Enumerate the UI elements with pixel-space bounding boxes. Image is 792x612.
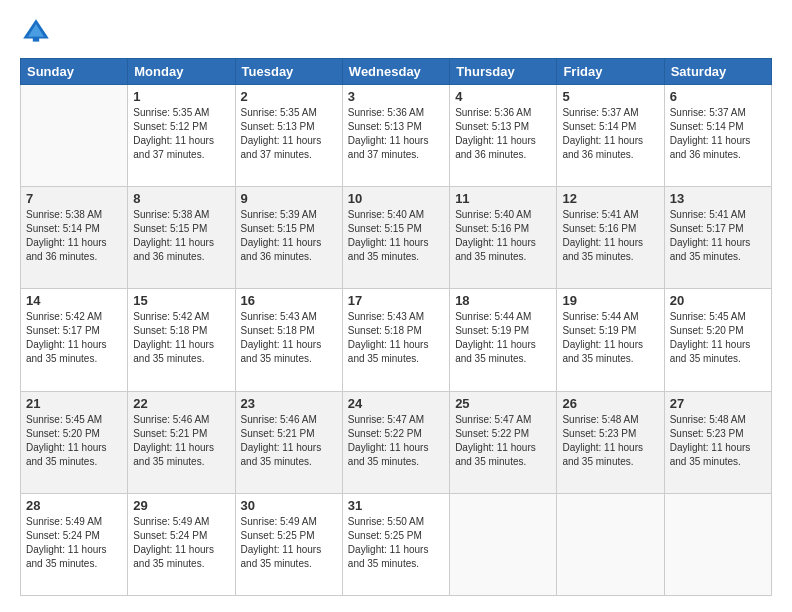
- calendar-cell: 31Sunrise: 5:50 AM Sunset: 5:25 PM Dayli…: [342, 493, 449, 595]
- day-number: 6: [670, 89, 766, 104]
- weekday-header-saturday: Saturday: [664, 59, 771, 85]
- calendar-cell: 19Sunrise: 5:44 AM Sunset: 5:19 PM Dayli…: [557, 289, 664, 391]
- day-number: 23: [241, 396, 337, 411]
- calendar-cell: 6Sunrise: 5:37 AM Sunset: 5:14 PM Daylig…: [664, 85, 771, 187]
- day-number: 15: [133, 293, 229, 308]
- calendar-cell: 29Sunrise: 5:49 AM Sunset: 5:24 PM Dayli…: [128, 493, 235, 595]
- day-number: 5: [562, 89, 658, 104]
- calendar-cell: 28Sunrise: 5:49 AM Sunset: 5:24 PM Dayli…: [21, 493, 128, 595]
- day-info: Sunrise: 5:46 AM Sunset: 5:21 PM Dayligh…: [133, 413, 229, 469]
- day-number: 9: [241, 191, 337, 206]
- calendar-cell: 18Sunrise: 5:44 AM Sunset: 5:19 PM Dayli…: [450, 289, 557, 391]
- weekday-header-thursday: Thursday: [450, 59, 557, 85]
- day-number: 18: [455, 293, 551, 308]
- calendar-cell: 17Sunrise: 5:43 AM Sunset: 5:18 PM Dayli…: [342, 289, 449, 391]
- calendar-cell: 30Sunrise: 5:49 AM Sunset: 5:25 PM Dayli…: [235, 493, 342, 595]
- calendar-cell: 5Sunrise: 5:37 AM Sunset: 5:14 PM Daylig…: [557, 85, 664, 187]
- calendar-cell: 3Sunrise: 5:36 AM Sunset: 5:13 PM Daylig…: [342, 85, 449, 187]
- day-number: 25: [455, 396, 551, 411]
- calendar-cell: [21, 85, 128, 187]
- day-number: 22: [133, 396, 229, 411]
- day-info: Sunrise: 5:48 AM Sunset: 5:23 PM Dayligh…: [562, 413, 658, 469]
- calendar-cell: 25Sunrise: 5:47 AM Sunset: 5:22 PM Dayli…: [450, 391, 557, 493]
- calendar-cell: 1Sunrise: 5:35 AM Sunset: 5:12 PM Daylig…: [128, 85, 235, 187]
- calendar-cell: [450, 493, 557, 595]
- calendar-cell: 11Sunrise: 5:40 AM Sunset: 5:16 PM Dayli…: [450, 187, 557, 289]
- day-number: 16: [241, 293, 337, 308]
- day-number: 11: [455, 191, 551, 206]
- calendar-week-row: 1Sunrise: 5:35 AM Sunset: 5:12 PM Daylig…: [21, 85, 772, 187]
- day-info: Sunrise: 5:49 AM Sunset: 5:24 PM Dayligh…: [26, 515, 122, 571]
- calendar-week-row: 7Sunrise: 5:38 AM Sunset: 5:14 PM Daylig…: [21, 187, 772, 289]
- calendar-week-row: 14Sunrise: 5:42 AM Sunset: 5:17 PM Dayli…: [21, 289, 772, 391]
- day-number: 10: [348, 191, 444, 206]
- day-info: Sunrise: 5:40 AM Sunset: 5:16 PM Dayligh…: [455, 208, 551, 264]
- day-info: Sunrise: 5:41 AM Sunset: 5:17 PM Dayligh…: [670, 208, 766, 264]
- calendar-cell: 15Sunrise: 5:42 AM Sunset: 5:18 PM Dayli…: [128, 289, 235, 391]
- day-number: 1: [133, 89, 229, 104]
- day-info: Sunrise: 5:39 AM Sunset: 5:15 PM Dayligh…: [241, 208, 337, 264]
- calendar-cell: 2Sunrise: 5:35 AM Sunset: 5:13 PM Daylig…: [235, 85, 342, 187]
- calendar-cell: 4Sunrise: 5:36 AM Sunset: 5:13 PM Daylig…: [450, 85, 557, 187]
- day-info: Sunrise: 5:36 AM Sunset: 5:13 PM Dayligh…: [348, 106, 444, 162]
- calendar-week-row: 21Sunrise: 5:45 AM Sunset: 5:20 PM Dayli…: [21, 391, 772, 493]
- day-number: 12: [562, 191, 658, 206]
- day-info: Sunrise: 5:45 AM Sunset: 5:20 PM Dayligh…: [26, 413, 122, 469]
- calendar-cell: 14Sunrise: 5:42 AM Sunset: 5:17 PM Dayli…: [21, 289, 128, 391]
- calendar-table: SundayMondayTuesdayWednesdayThursdayFrid…: [20, 58, 772, 596]
- day-info: Sunrise: 5:41 AM Sunset: 5:16 PM Dayligh…: [562, 208, 658, 264]
- header: [20, 16, 772, 48]
- day-info: Sunrise: 5:37 AM Sunset: 5:14 PM Dayligh…: [562, 106, 658, 162]
- day-info: Sunrise: 5:44 AM Sunset: 5:19 PM Dayligh…: [455, 310, 551, 366]
- day-info: Sunrise: 5:43 AM Sunset: 5:18 PM Dayligh…: [241, 310, 337, 366]
- day-number: 31: [348, 498, 444, 513]
- page: SundayMondayTuesdayWednesdayThursdayFrid…: [0, 0, 792, 612]
- day-number: 2: [241, 89, 337, 104]
- day-number: 30: [241, 498, 337, 513]
- day-number: 29: [133, 498, 229, 513]
- calendar-cell: 23Sunrise: 5:46 AM Sunset: 5:21 PM Dayli…: [235, 391, 342, 493]
- calendar-cell: 9Sunrise: 5:39 AM Sunset: 5:15 PM Daylig…: [235, 187, 342, 289]
- weekday-header-row: SundayMondayTuesdayWednesdayThursdayFrid…: [21, 59, 772, 85]
- calendar-cell: 16Sunrise: 5:43 AM Sunset: 5:18 PM Dayli…: [235, 289, 342, 391]
- day-number: 21: [26, 396, 122, 411]
- day-info: Sunrise: 5:37 AM Sunset: 5:14 PM Dayligh…: [670, 106, 766, 162]
- calendar-cell: 24Sunrise: 5:47 AM Sunset: 5:22 PM Dayli…: [342, 391, 449, 493]
- weekday-header-sunday: Sunday: [21, 59, 128, 85]
- calendar-week-row: 28Sunrise: 5:49 AM Sunset: 5:24 PM Dayli…: [21, 493, 772, 595]
- calendar-cell: 12Sunrise: 5:41 AM Sunset: 5:16 PM Dayli…: [557, 187, 664, 289]
- calendar-cell: 8Sunrise: 5:38 AM Sunset: 5:15 PM Daylig…: [128, 187, 235, 289]
- day-info: Sunrise: 5:49 AM Sunset: 5:24 PM Dayligh…: [133, 515, 229, 571]
- day-info: Sunrise: 5:40 AM Sunset: 5:15 PM Dayligh…: [348, 208, 444, 264]
- day-info: Sunrise: 5:48 AM Sunset: 5:23 PM Dayligh…: [670, 413, 766, 469]
- day-info: Sunrise: 5:36 AM Sunset: 5:13 PM Dayligh…: [455, 106, 551, 162]
- calendar-cell: 26Sunrise: 5:48 AM Sunset: 5:23 PM Dayli…: [557, 391, 664, 493]
- day-number: 7: [26, 191, 122, 206]
- weekday-header-friday: Friday: [557, 59, 664, 85]
- day-info: Sunrise: 5:42 AM Sunset: 5:18 PM Dayligh…: [133, 310, 229, 366]
- calendar-cell: 27Sunrise: 5:48 AM Sunset: 5:23 PM Dayli…: [664, 391, 771, 493]
- day-number: 13: [670, 191, 766, 206]
- calendar-cell: 13Sunrise: 5:41 AM Sunset: 5:17 PM Dayli…: [664, 187, 771, 289]
- day-number: 24: [348, 396, 444, 411]
- day-info: Sunrise: 5:47 AM Sunset: 5:22 PM Dayligh…: [348, 413, 444, 469]
- day-info: Sunrise: 5:50 AM Sunset: 5:25 PM Dayligh…: [348, 515, 444, 571]
- calendar-cell: 10Sunrise: 5:40 AM Sunset: 5:15 PM Dayli…: [342, 187, 449, 289]
- weekday-header-tuesday: Tuesday: [235, 59, 342, 85]
- day-number: 4: [455, 89, 551, 104]
- day-number: 14: [26, 293, 122, 308]
- day-info: Sunrise: 5:38 AM Sunset: 5:14 PM Dayligh…: [26, 208, 122, 264]
- calendar-cell: 21Sunrise: 5:45 AM Sunset: 5:20 PM Dayli…: [21, 391, 128, 493]
- day-number: 19: [562, 293, 658, 308]
- day-number: 26: [562, 396, 658, 411]
- logo: [20, 16, 58, 48]
- day-info: Sunrise: 5:35 AM Sunset: 5:12 PM Dayligh…: [133, 106, 229, 162]
- calendar-cell: [557, 493, 664, 595]
- day-info: Sunrise: 5:45 AM Sunset: 5:20 PM Dayligh…: [670, 310, 766, 366]
- day-number: 8: [133, 191, 229, 206]
- day-info: Sunrise: 5:47 AM Sunset: 5:22 PM Dayligh…: [455, 413, 551, 469]
- day-number: 17: [348, 293, 444, 308]
- day-info: Sunrise: 5:49 AM Sunset: 5:25 PM Dayligh…: [241, 515, 337, 571]
- day-number: 3: [348, 89, 444, 104]
- calendar-cell: [664, 493, 771, 595]
